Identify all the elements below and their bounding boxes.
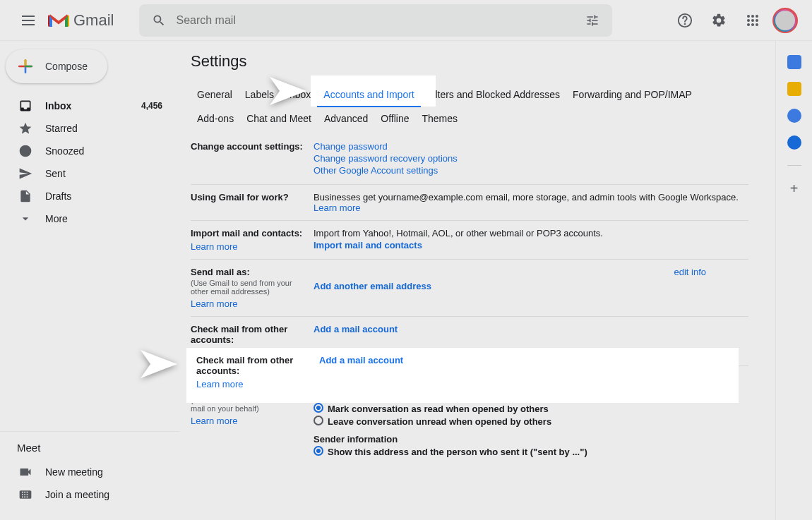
add-another-account[interactable]: Add another account (314, 373, 405, 384)
nav-label: Drafts (45, 191, 71, 202)
settings-heading: Settings (191, 52, 775, 71)
header: Gmail (0, 0, 812, 41)
tab-labels[interactable]: Labels (239, 83, 280, 107)
gmail-logo[interactable]: Gmail (48, 11, 114, 30)
tab-offline[interactable]: Offline (374, 107, 415, 130)
send-as-learn-more[interactable]: Learn more (191, 298, 308, 309)
hamburger-icon (22, 16, 35, 25)
svg-point-2 (747, 15, 750, 18)
tab-forwarding[interactable]: Forwarding and POP/IMAP (566, 83, 698, 107)
nav-label: Inbox (45, 100, 71, 111)
settings-button[interactable] (705, 6, 733, 35)
send-icon (18, 167, 32, 181)
compose-label: Compose (45, 61, 88, 72)
tab-themes[interactable]: Themes (416, 107, 465, 130)
row-label: Import mail and contacts: (191, 228, 302, 238)
svg-point-3 (751, 15, 754, 18)
row-label: Grant access to your account: (191, 373, 282, 394)
search-icon (152, 13, 166, 28)
radio-show-sender[interactable]: Show this address and the person who sen… (314, 446, 748, 457)
meet-new-meeting[interactable]: New meeting (0, 461, 174, 483)
radio-leave-unread[interactable]: Leave conversation unread when opened by… (314, 416, 748, 427)
import-text: Import from Yahoo!, Hotmail, AOL, or oth… (314, 228, 748, 238)
other-google-settings-link[interactable]: Other Google Account settings (314, 165, 438, 176)
sidebar-item-sent[interactable]: Sent (0, 162, 174, 185)
main-menu-button[interactable] (11, 4, 45, 37)
import-learn-more[interactable]: Learn more (191, 241, 308, 252)
search-input[interactable] (173, 14, 578, 27)
apps-button[interactable] (739, 6, 767, 35)
grant-hint: (Allow others to read and send mail on y… (191, 396, 308, 413)
side-panel-divider (787, 165, 801, 166)
settings-main: Settings General Labels Inbox Accounts a… (179, 41, 775, 520)
inbox-icon (18, 99, 32, 113)
compose-button[interactable]: Compose (6, 49, 107, 83)
row-send-mail-as: Send mail as: (Use Gmail to send from yo… (191, 260, 748, 317)
add-mail-account[interactable]: Add a mail account (314, 324, 398, 334)
sidebar-item-starred[interactable]: Starred (0, 117, 174, 140)
meet-join-meeting[interactable]: Join a meeting (0, 483, 174, 506)
row-import-mail: Import mail and contacts: Learn more Imp… (191, 221, 748, 260)
chevron-down-icon (18, 212, 32, 226)
tab-addons[interactable]: Add-ons (191, 107, 240, 130)
grant-learn-more[interactable]: Learn more (191, 416, 308, 426)
edit-info-link[interactable]: edit info (674, 267, 706, 277)
tab-advanced[interactable]: Advanced (318, 107, 374, 130)
svg-point-7 (756, 19, 758, 22)
tasks-app-icon[interactable] (787, 109, 801, 123)
svg-point-8 (747, 23, 750, 26)
tune-icon (585, 13, 599, 28)
meet-section: Meet New meeting Join a meeting (0, 431, 179, 520)
header-actions (671, 6, 801, 35)
row-label: Change account settings: (191, 141, 314, 177)
get-addons-button[interactable]: + (787, 181, 801, 195)
search-options-button[interactable] (578, 6, 607, 35)
check-mail-learn-more[interactable]: Learn more (191, 348, 308, 358)
nav-label: Sent (45, 168, 66, 179)
tab-chat[interactable]: Chat and Meet (240, 107, 318, 130)
row-check-mail: Check mail from other accounts: Learn mo… (191, 317, 748, 366)
inbox-count: 4,456 (141, 101, 162, 111)
gmail-wordmark: Gmail (73, 11, 114, 30)
row-change-account: Change account settings: Change password… (191, 134, 748, 185)
sender-info-subhead: Sender information (314, 434, 748, 445)
change-recovery-link[interactable]: Change password recovery options (314, 153, 458, 164)
sidebar-item-drafts[interactable]: Drafts (0, 185, 174, 207)
calendar-app-icon[interactable] (787, 55, 801, 69)
radio-off-icon (314, 416, 323, 425)
tab-inbox[interactable]: Inbox (280, 83, 317, 107)
keep-app-icon[interactable] (787, 82, 801, 96)
sidebar-item-more[interactable]: More (0, 207, 174, 230)
meet-label: New meeting (45, 466, 103, 478)
send-as-hint: (Use Gmail to send from your other email… (191, 279, 308, 296)
meet-label: Join a meeting (45, 489, 109, 500)
star-icon (18, 121, 32, 135)
sidebar-item-inbox[interactable]: Inbox 4,456 (0, 95, 174, 117)
add-email-address[interactable]: Add another email address (314, 281, 431, 291)
sidebar-item-snoozed[interactable]: Snoozed (0, 140, 174, 162)
import-mail-action[interactable]: Import mail and contacts (314, 240, 422, 250)
svg-point-10 (756, 23, 758, 26)
change-password-link[interactable]: Change password (314, 141, 388, 152)
draft-icon (18, 189, 32, 203)
svg-point-1 (685, 23, 686, 24)
svg-point-4 (756, 15, 758, 18)
contacts-app-icon[interactable] (787, 135, 801, 150)
tab-general[interactable]: General (191, 83, 239, 107)
row-label: Check mail from other accounts: (191, 324, 287, 345)
support-button[interactable] (671, 6, 699, 35)
radio-on-icon (314, 446, 323, 456)
mark-as-read-subhead: Mark as read (314, 391, 748, 401)
meet-title: Meet (0, 442, 179, 461)
account-avatar[interactable] (772, 8, 798, 33)
radio-mark-read[interactable]: Mark conversation as read when opened by… (314, 403, 748, 414)
work-text: Businesses get yourname@example.com emai… (314, 192, 739, 202)
row-label: Using Gmail for work? (191, 192, 314, 213)
search-button[interactable] (145, 6, 173, 35)
svg-point-6 (751, 19, 754, 22)
tab-accounts-import[interactable]: Accounts and Import (317, 83, 420, 107)
tab-filters[interactable]: Filters and Blocked Addresses (421, 83, 566, 107)
work-learn-more[interactable]: Learn more (314, 202, 360, 213)
svg-point-9 (751, 23, 754, 26)
nav-label: Snoozed (45, 145, 84, 157)
